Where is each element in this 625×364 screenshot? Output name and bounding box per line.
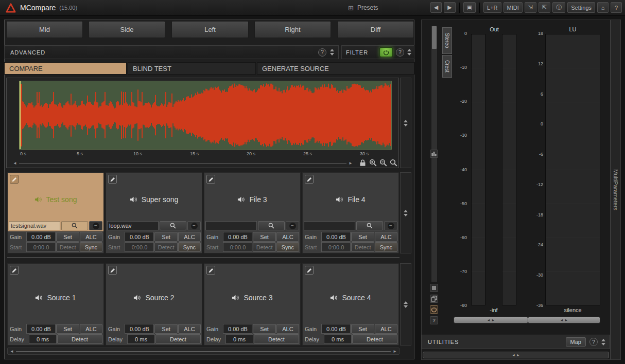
file-slot-header[interactable]: File 4 − (303, 173, 398, 231)
tab-blind-test[interactable]: BLIND TEST (128, 62, 256, 75)
gain-value[interactable]: 0.00 dB (321, 232, 351, 242)
advanced-spinner[interactable] (330, 49, 334, 56)
delay-value[interactable]: 0 ms (29, 334, 57, 344)
utilities-spinner[interactable] (601, 339, 605, 345)
file-slot-1[interactable]: Test song − Gain 0.00 dB Set ALC Start 0… (7, 172, 104, 253)
import-button[interactable]: ⇲ (525, 2, 536, 13)
file-slot-2[interactable]: Super song − Gain 0.00 dB Set ALC Start … (106, 172, 202, 253)
pause-button[interactable] (430, 284, 438, 292)
slots-scrollbar[interactable] (7, 257, 400, 260)
tab-compare[interactable]: COMPARE (4, 62, 127, 75)
filter-bar[interactable]: FILTER ? (341, 45, 414, 59)
start-value[interactable]: 0:00.0 (321, 242, 351, 252)
alc-button[interactable]: ALC (276, 232, 299, 242)
scroll-right-icon[interactable]: ► (393, 349, 397, 354)
presets-button[interactable]: ⊞ Presets (348, 0, 378, 15)
meter-mode-icon[interactable] (430, 150, 438, 158)
slider-thumb[interactable] (432, 26, 437, 49)
settings-button[interactable]: Settings (567, 2, 595, 13)
sync-button[interactable]: Sync (276, 242, 299, 252)
edit-icon[interactable] (10, 266, 19, 275)
remove-button[interactable]: − (384, 221, 397, 230)
file-slots-spinner[interactable] (400, 172, 411, 253)
detect-button[interactable]: Detect (254, 334, 299, 344)
delay-value[interactable]: 0 ms (127, 334, 155, 344)
set-button[interactable]: Set (253, 232, 275, 242)
out-meter-slider[interactable]: ◄ ► (454, 317, 528, 323)
lock-icon[interactable] (359, 159, 367, 167)
source-slot-2[interactable]: Source 2 Gain 0.00 dB Set ALC Delay 0 ms… (106, 263, 202, 345)
gain-value[interactable]: 0.00 dB (223, 324, 252, 334)
zoom-out-icon[interactable] (379, 159, 387, 167)
file-slot-header[interactable]: File 3 − (204, 173, 300, 231)
file-slot-header[interactable]: Test song − (8, 173, 103, 231)
set-button[interactable]: Set (154, 324, 177, 334)
scroll-left-icon[interactable]: ◄ (10, 349, 14, 354)
detect-button[interactable]: Detect (351, 242, 374, 252)
sync-button[interactable]: Sync (375, 242, 397, 252)
detect-button[interactable]: Detect (155, 334, 201, 344)
start-value[interactable]: 0:00.0 (223, 242, 252, 252)
filter-power-button[interactable] (379, 47, 393, 57)
scroll-left-icon[interactable]: ◄ (13, 161, 17, 166)
multiparameters-strip[interactable]: MultiParameters (611, 20, 621, 360)
source-slot-header[interactable]: Source 2 (106, 264, 202, 323)
zoom-in-icon[interactable] (369, 159, 377, 167)
help-icon[interactable]: ? (396, 48, 404, 57)
home-button[interactable]: ⌂ (597, 2, 609, 13)
filter-spinner[interactable] (407, 49, 411, 56)
waveform-display[interactable] (19, 81, 392, 150)
browse-button[interactable] (258, 221, 285, 230)
edit-icon[interactable] (10, 175, 19, 184)
zoom-fit-icon[interactable] (390, 159, 397, 167)
meter-help-button[interactable]: ? (430, 316, 438, 324)
help-icon[interactable]: ? (318, 48, 326, 57)
source-slots-spinner[interactable] (400, 263, 411, 345)
gain-value[interactable]: 0.00 dB (26, 324, 56, 334)
gain-value[interactable]: 0.00 dB (26, 232, 56, 242)
browse-button[interactable] (356, 221, 383, 230)
source-slot-3[interactable]: Source 3 Gain 0.00 dB Set ALC Delay 0 ms… (204, 263, 301, 345)
filename-input[interactable] (304, 221, 355, 230)
waveform-scrollbar[interactable]: ◄ ► (13, 159, 353, 167)
detect-button[interactable]: Detect (56, 242, 79, 252)
alc-button[interactable]: ALC (276, 324, 299, 334)
detect-button[interactable]: Detect (253, 242, 275, 252)
alc-button[interactable]: ALC (178, 324, 201, 334)
lu-meter-slider[interactable]: ◄ ► (528, 317, 600, 323)
gain-value[interactable]: 0.00 dB (125, 232, 154, 242)
advanced-bar[interactable]: ADVANCED ? (4, 45, 339, 59)
gain-value[interactable]: 0.00 dB (125, 324, 154, 334)
playhead-cursor[interactable] (20, 81, 21, 149)
source-slot-header[interactable]: Source 1 (8, 264, 103, 323)
map-button[interactable]: Map (566, 337, 586, 347)
remove-button[interactable]: − (89, 221, 102, 230)
popup-window-button[interactable] (430, 295, 438, 303)
alc-button[interactable]: ALC (375, 324, 397, 334)
edit-icon[interactable] (305, 175, 314, 184)
sync-button[interactable]: Sync (80, 242, 102, 252)
browse-button[interactable] (160, 221, 186, 230)
set-button[interactable]: Set (253, 324, 275, 334)
set-button[interactable]: Set (56, 324, 79, 334)
file-slot-3[interactable]: File 3 − Gain 0.00 dB Set ALC Start 0:00… (204, 172, 301, 253)
alc-button[interactable]: ALC (80, 232, 102, 242)
scrollbar-track[interactable] (16, 351, 391, 352)
waveform-panel[interactable]: 0 s5 s10 s15 s20 s25 s30 s ◄ ► (6, 78, 399, 168)
edit-icon[interactable] (305, 266, 314, 275)
filename-input[interactable] (107, 221, 159, 230)
edit-icon[interactable] (108, 175, 117, 184)
channel-diff-button[interactable]: Diff (337, 21, 414, 38)
delay-value[interactable]: 0 ms (225, 334, 253, 344)
info-button[interactable]: ⓘ (552, 2, 565, 13)
next-button[interactable]: ▶ (444, 2, 455, 13)
sync-button[interactable]: Sync (178, 242, 201, 252)
filename-input[interactable] (205, 221, 257, 230)
remove-button[interactable]: − (187, 221, 201, 230)
channel-side-button[interactable]: Side (89, 21, 165, 38)
utilities-slider[interactable]: ◄ ► (423, 352, 609, 358)
alc-button[interactable]: ALC (178, 232, 201, 242)
alc-button[interactable]: ALC (80, 324, 102, 334)
source-slot-header[interactable]: Source 4 (303, 264, 398, 323)
gain-value[interactable]: 0.00 dB (223, 232, 252, 242)
